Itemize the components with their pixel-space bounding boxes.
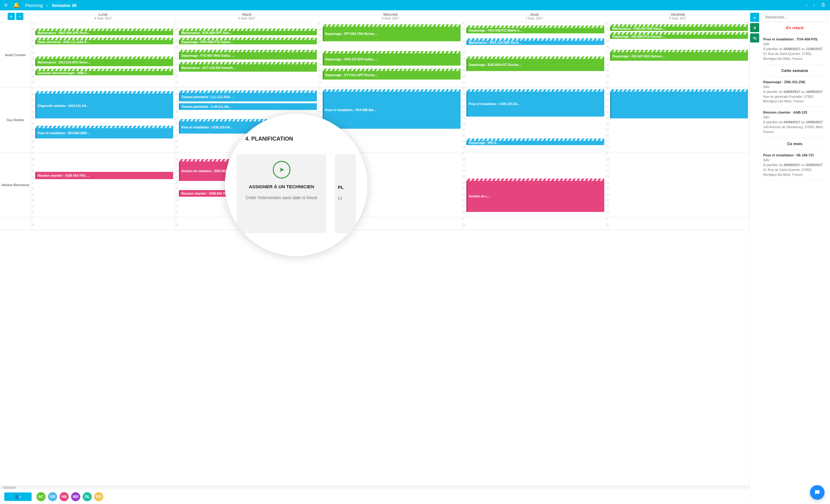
calendar-event[interactable]: Depannage : OIZ-647-KEU Salomo… (610, 50, 748, 61)
hour-label: 11 (606, 99, 610, 105)
calendar-event[interactable]: Livraison electromenager : ABB-1… (35, 69, 173, 75)
calendar-event[interactable]: Maintenance : FOO-287-RIA Smoo… (610, 24, 748, 31)
hour-label: 10 (462, 224, 466, 230)
hour-label: 17 (606, 70, 610, 75)
bell-icon[interactable]: 🔔 (13, 2, 20, 8)
calendar-event[interactable]: Depannage : GTY-811-OPT Rochar… (323, 69, 460, 79)
calendar-event[interactable]: Devis electricite : KKK-111-AAA R… (35, 38, 173, 44)
avatar[interactable]: MS (71, 492, 80, 501)
zoom-in-button[interactable]: + (8, 13, 15, 20)
calendar-event[interactable]: Depannage : EHE-684-HYZ Rochar… (466, 57, 604, 71)
grid-cell[interactable]: 910 (462, 217, 605, 230)
calendar-event[interactable]: Pose et installation : IEH-685-ABD… (35, 126, 173, 138)
calendar-event[interactable] (610, 89, 748, 119)
task-card[interactable]: Dépannage : ZNE-331-ZNE SAV À planifier … (762, 77, 828, 107)
hour-label: 16 (606, 129, 610, 135)
hour-label: 16 (175, 64, 179, 70)
grid-cell[interactable]: 910111213141516171819 (606, 88, 749, 153)
hour-label: 13 (462, 111, 466, 116)
search-input[interactable] (762, 13, 828, 22)
next-week-button[interactable]: › (813, 3, 815, 8)
breadcrumb-section[interactable]: Planning (25, 3, 43, 8)
calendar-event[interactable]: Depannage : YRA-548-PZJ Mairie d… (466, 26, 604, 33)
hour-label: 16 (462, 64, 466, 70)
hour-label: 11 (175, 164, 179, 170)
hour-label: 9 (318, 23, 323, 28)
calendar-event[interactable]: Reunion chantier : OOB-564-TRG … (35, 172, 173, 179)
calendar-event[interactable]: Maintenance : ACT-110-RIA Smooth… (179, 62, 317, 72)
calendar-event[interactable]: Depannage : PRO-568-PTD Salom… (179, 38, 317, 44)
calendar-event[interactable]: Diagnostic amiante : AAH-111-AA… (35, 91, 173, 119)
calendar-event[interactable]: Maintenance : MAP-684-APE Roch… (35, 29, 173, 35)
avatar[interactable]: AC (36, 492, 45, 501)
pending-count-badge[interactable]: 4 (750, 23, 759, 32)
grid-cell[interactable]: 910111213141516171819Pose et installatio… (462, 88, 605, 153)
avatar[interactable]: HB (60, 492, 69, 501)
hour-label: 18 (462, 75, 466, 81)
day-date: 6 Sept. 2017 (382, 17, 399, 20)
technician-cell: Aude Cormier (0, 23, 31, 88)
plan-card-partial[interactable]: PL Cr (335, 154, 356, 233)
chat-fab[interactable] (810, 485, 825, 500)
calendar-event[interactable]: Maintenance : BTA-869-OPT Salo… (179, 29, 317, 35)
hour-label: 12 (606, 105, 610, 111)
grid-cell[interactable]: 910111213141516171819Maintenance : MAP-6… (31, 23, 174, 88)
hour-label: 10 (462, 158, 466, 164)
calendar-event[interactable]: Pose et installation : UUB-129-OA… (466, 89, 604, 116)
grid-cell[interactable]: 910111213141516171819Gestion de c… (462, 153, 605, 217)
assign-technician-card[interactable]: ➤ ASSIGNER À UN TECHNICIEN Créer l'inter… (237, 154, 326, 233)
grid-cell[interactable]: 910111213141516171819Diagnostic amiante … (31, 88, 174, 153)
hour-label: 16 (31, 129, 35, 135)
task-card[interactable]: Réunion chantier : AAB-125 SAV À planifi… (762, 107, 828, 138)
task-dates: À planifier du 05/06/2017 au 11/06/2017 (763, 47, 826, 52)
task-address: 140 Avenue de Strasbourg, 57000, Metz, F… (763, 125, 826, 135)
add-user-button[interactable]: 👤+ (4, 493, 32, 501)
calendar-event[interactable]: Pose et installation : PAX-998-MA… (323, 89, 460, 129)
calendar-event[interactable]: Gestion de c… (466, 178, 604, 212)
hour-label: 10 (31, 224, 35, 230)
hour-label: 12 (606, 170, 610, 176)
cart-icon[interactable]: 🛍 (750, 33, 759, 42)
grid-cell[interactable]: 910111213141516171819Maintenance : BTA-8… (175, 23, 318, 88)
task-card[interactable]: Pose et installation : IIE-158-YZI SAV À… (762, 150, 828, 181)
avatar[interactable]: OL (83, 492, 92, 501)
hour-label: 10 (175, 224, 179, 230)
task-subtitle: SAV (763, 115, 826, 120)
zoom-out-button[interactable]: − (16, 13, 23, 20)
calendar-event[interactable]: Maintenance : BRA-110-OBP Roch… (466, 38, 604, 45)
grid-cell[interactable]: 910111213141516171819 (606, 153, 749, 217)
avatar[interactable]: PG (94, 492, 103, 501)
day-name: Mercredi (383, 12, 398, 17)
grid-cell[interactable]: 910111213141516171819Reunion chantier : … (31, 153, 174, 217)
collapse-panel-button[interactable]: « (750, 13, 759, 22)
calendar-event[interactable]: Depannage : FYU-987-HHG Kallus … (179, 50, 317, 60)
week-nav: ‹ › 🗓 (806, 2, 826, 8)
hour-label: 16 (606, 194, 610, 199)
hour-label: 11 (462, 99, 466, 105)
grid-cell[interactable]: 910 (31, 217, 174, 230)
calendar-grid[interactable]: Aude Cormier Guy Rivière Heloise Bienven… (0, 23, 749, 485)
grid-cell[interactable]: 910 (606, 217, 749, 230)
hour-label: 18 (175, 205, 179, 211)
calendar-event[interactable]: Travaux plomberie : LLL-111-AAA … (179, 91, 317, 101)
hour-label: 19 (31, 146, 35, 152)
calendar-event[interactable]: Depannage : DIE-896-PZA Smooth… (610, 32, 748, 39)
prev-week-button[interactable]: ‹ (806, 3, 807, 8)
grid-cell[interactable]: 910111213141516171819Depannage : PPT-954… (318, 23, 462, 88)
hour-label: 18 (31, 75, 35, 81)
calendar-event[interactable]: Depannage : RIO-0… (466, 138, 604, 145)
calendar-event[interactable]: Depannage : PPT-954-TRA Rochar… (323, 24, 460, 41)
grid-cell[interactable]: 910111213141516171819Depannage : YRA-548… (462, 23, 605, 88)
calendar-event[interactable]: Travaux plomberie - LLM-111-AA… (179, 103, 317, 110)
calendar-icon[interactable]: 🗓 (821, 2, 826, 8)
task-card[interactable]: Pose et installation : TUA-458-POL SAV À… (762, 34, 828, 65)
avatar[interactable]: GR (48, 492, 57, 501)
calendar-event[interactable]: Maintenance : OAJ-214-APZ Smoo… (35, 57, 173, 66)
calendar-event[interactable]: Depannage : OFR-157-BTA Kallus … (323, 51, 460, 66)
task-dates: À planifier du 04/09/2017 au 10/09/2017 (763, 90, 826, 94)
hour-label: 11 (606, 164, 610, 170)
horizontal-scrollbar[interactable] (0, 485, 749, 490)
grid-cell[interactable]: 910111213141516171819Maintenance : FOO-2… (606, 23, 749, 88)
menu-icon[interactable]: ≡ (4, 2, 8, 8)
hour-label: 9 (606, 217, 610, 224)
